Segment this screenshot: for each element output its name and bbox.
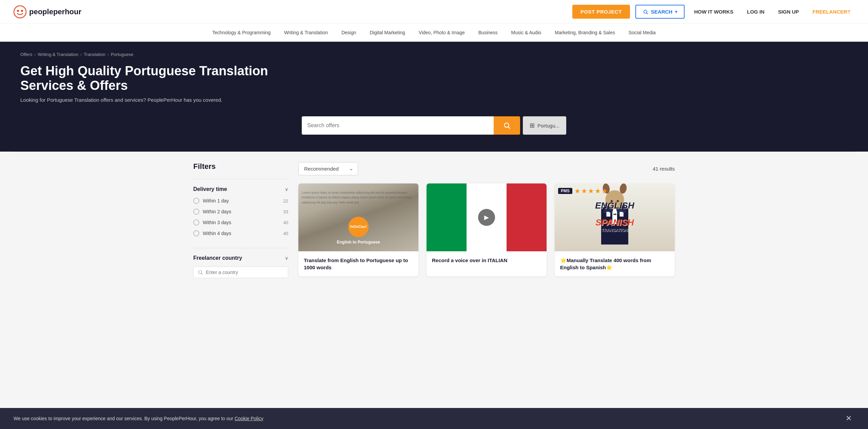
stars-display: ★★★★★ bbox=[574, 187, 608, 195]
breadcrumb-sep-3: › bbox=[107, 52, 109, 57]
nav-item-digital[interactable]: Digital Marketing bbox=[363, 24, 412, 41]
logo[interactable]: peopleperhour bbox=[14, 5, 81, 18]
filter-within-2-days[interactable]: Within 2 days 33 bbox=[193, 209, 288, 215]
results-count: 41 results bbox=[653, 166, 675, 172]
filters-sidebar: Filters Delivery time ∨ Within 1 day 22 … bbox=[193, 162, 288, 285]
breadcrumb-translation[interactable]: Translation bbox=[84, 52, 105, 57]
card-3-image: PMS ★★★★★ ENGLISH 📄➡📄 SPANISH TRANSATION bbox=[555, 183, 675, 251]
nav-item-video[interactable]: Video, Photo & Image bbox=[412, 24, 472, 41]
nav-bar: Technology & Programming Writing & Trans… bbox=[0, 24, 868, 42]
country-filter-header[interactable]: Freelancer country ∨ bbox=[193, 255, 288, 261]
cards-grid: Lorem ipsum dolor sit amet consectetur a… bbox=[298, 183, 675, 276]
card-1-title: Translate from English to Portuguese up … bbox=[304, 257, 413, 271]
main-content: Filters Delivery time ∨ Within 1 day 22 … bbox=[180, 152, 688, 295]
svg-point-5 bbox=[505, 123, 509, 128]
card-1-badge-label: English to Portuguese bbox=[337, 240, 380, 245]
logo-icon bbox=[14, 5, 26, 18]
svg-line-4 bbox=[647, 13, 648, 14]
category-label: Portugu... bbox=[537, 123, 559, 129]
card-3-content: ⭐Manually Translate 400 words from Engli… bbox=[555, 251, 675, 276]
search-button[interactable]: SEARCH ▾ bbox=[635, 5, 685, 19]
svg-point-0 bbox=[14, 6, 26, 18]
count-2-days: 33 bbox=[283, 209, 288, 214]
card-1-content: Translate from English to Portuguese up … bbox=[298, 251, 418, 276]
radio-2-days bbox=[193, 209, 199, 215]
hero-subtitle: Looking for Portuguese Translation offer… bbox=[20, 97, 848, 103]
label-3-days: Within 3 days bbox=[203, 220, 231, 225]
breadcrumb-sep-1: › bbox=[34, 52, 36, 57]
sort-select[interactable]: Recommended Price: Low to High Price: Hi… bbox=[298, 162, 358, 175]
card-3[interactable]: PMS ★★★★★ ENGLISH 📄➡📄 SPANISH TRANSATION bbox=[555, 183, 675, 276]
login-button[interactable]: LOG IN bbox=[743, 5, 769, 18]
country-search-box bbox=[193, 267, 288, 278]
count-4-days: 40 bbox=[283, 231, 288, 236]
breadcrumb: Offers › Writing & Translation › Transla… bbox=[20, 52, 848, 57]
results-toolbar: Recommended Price: Low to High Price: Hi… bbox=[298, 162, 675, 175]
results-area: Recommended Price: Low to High Price: Hi… bbox=[298, 162, 675, 285]
svg-point-3 bbox=[644, 10, 647, 13]
freelancer-button[interactable]: FREELANCER? bbox=[808, 5, 854, 18]
italian-flag-red bbox=[507, 183, 547, 251]
signup-button[interactable]: SIGN UP bbox=[774, 5, 803, 18]
nav-item-writing[interactable]: Writing & Translation bbox=[277, 24, 335, 41]
count-3-days: 40 bbox=[283, 220, 288, 225]
search-icon bbox=[643, 9, 648, 15]
play-button[interactable]: ▶ bbox=[478, 209, 495, 226]
category-filter-button[interactable]: ⊞ Portugu... bbox=[523, 116, 566, 135]
nav-item-music[interactable]: Music & Audio bbox=[505, 24, 548, 41]
nav-item-business[interactable]: Business bbox=[472, 24, 505, 41]
card-2[interactable]: ▶ Record a voice over in ITALIAN bbox=[427, 183, 547, 276]
svg-line-8 bbox=[201, 273, 203, 275]
filter-within-1-day[interactable]: Within 1 day 22 bbox=[193, 198, 288, 204]
card-2-content: Record a voice over in ITALIAN bbox=[427, 251, 547, 269]
svg-point-7 bbox=[199, 271, 202, 274]
post-project-button[interactable]: POST PROJECT bbox=[572, 5, 630, 19]
card-1[interactable]: Lorem ipsum dolor sit amet consectetur a… bbox=[298, 183, 418, 276]
search-icon-white bbox=[503, 122, 511, 129]
nav-item-tech[interactable]: Technology & Programming bbox=[205, 24, 277, 41]
label-4-days: Within 4 days bbox=[203, 231, 231, 236]
country-input[interactable] bbox=[206, 270, 284, 275]
filter-within-4-days[interactable]: Within 4 days 40 bbox=[193, 230, 288, 236]
how-it-works-button[interactable]: HOW IT WORKS bbox=[690, 5, 737, 18]
search-submit-button[interactable] bbox=[494, 116, 520, 135]
pms-badge: PMS bbox=[558, 188, 572, 194]
card-2-image: ▶ bbox=[427, 183, 547, 251]
breadcrumb-current: Portuguese bbox=[111, 52, 134, 57]
radio-3-days bbox=[193, 219, 199, 226]
delivery-chevron-icon: ∨ bbox=[285, 187, 288, 192]
country-chevron-icon: ∨ bbox=[285, 255, 288, 261]
delivery-time-header[interactable]: Delivery time ∨ bbox=[193, 186, 288, 192]
country-search-icon bbox=[198, 270, 203, 275]
header-actions: POST PROJECT SEARCH ▾ HOW IT WORKS LOG I… bbox=[572, 5, 854, 19]
radio-4-days bbox=[193, 230, 199, 236]
radio-1-day bbox=[193, 198, 199, 204]
filters-title: Filters bbox=[193, 162, 288, 171]
count-1-day: 22 bbox=[283, 198, 288, 203]
breadcrumb-offers[interactable]: Offers bbox=[20, 52, 32, 57]
card-3-title: ⭐Manually Translate 400 words from Engli… bbox=[560, 257, 669, 271]
filter-within-3-days[interactable]: Within 3 days 40 bbox=[193, 219, 288, 226]
nav-item-social[interactable]: Social Media bbox=[622, 24, 663, 41]
card-1-image: Lorem ipsum dolor sit amet consectetur a… bbox=[298, 183, 418, 251]
sort-wrapper: Recommended Price: Low to High Price: Hi… bbox=[298, 162, 358, 175]
hero-title: Get High Quality Portuguese Translation … bbox=[20, 64, 292, 93]
breadcrumb-writing[interactable]: Writing & Translation bbox=[38, 52, 78, 57]
italian-flag-green bbox=[427, 183, 467, 251]
label-1-day: Within 1 day bbox=[203, 198, 229, 203]
nav-item-design[interactable]: Design bbox=[335, 24, 363, 41]
search-input-wrapper bbox=[302, 116, 494, 135]
search-input[interactable] bbox=[307, 116, 488, 135]
freelancer-country-filter: Freelancer country ∨ bbox=[193, 248, 288, 285]
nav-item-marketing[interactable]: Marketing, Branding & Sales bbox=[548, 24, 622, 41]
delivery-time-label: Delivery time bbox=[193, 186, 227, 192]
country-filter-label: Freelancer country bbox=[193, 255, 242, 261]
breadcrumb-sep-2: › bbox=[80, 52, 82, 57]
grid-icon: ⊞ bbox=[530, 122, 535, 129]
chevron-down-icon: ▾ bbox=[675, 9, 677, 14]
svg-line-6 bbox=[508, 127, 510, 129]
svg-point-2 bbox=[21, 10, 23, 12]
card-1-badge: HelloCiao! bbox=[348, 217, 369, 237]
header: peopleperhour POST PROJECT SEARCH ▾ HOW … bbox=[0, 0, 868, 24]
label-2-days: Within 2 days bbox=[203, 209, 231, 214]
